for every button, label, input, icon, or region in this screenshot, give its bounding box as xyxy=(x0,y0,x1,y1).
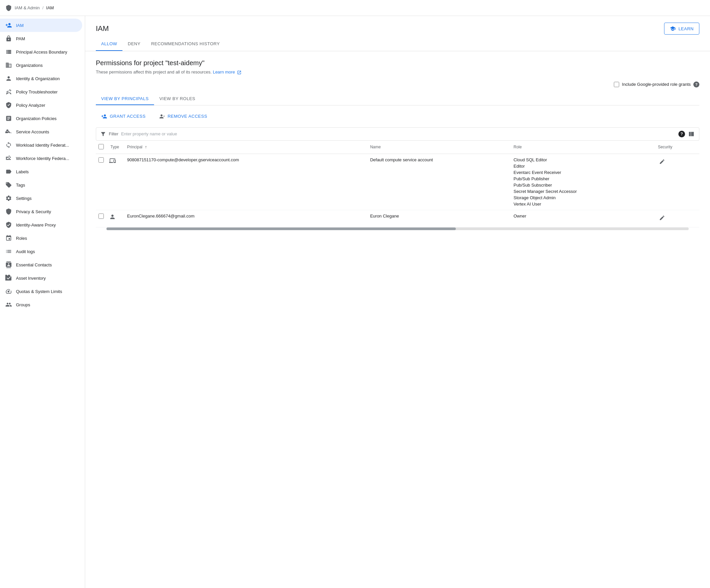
sidebar-item-settings[interactable]: Settings xyxy=(0,192,82,205)
sidebar-item-policy-troubleshooter[interactable]: Policy Troubleshooter xyxy=(0,85,82,98)
row2-checkbox[interactable] xyxy=(98,214,104,219)
row1-checkbox[interactable] xyxy=(98,157,104,163)
learn-btn-label: LEARN xyxy=(679,26,694,31)
sidebar-item-essential-contacts[interactable]: Essential Contacts xyxy=(0,258,82,271)
sidebar-label-iap: Identity-Aware Proxy xyxy=(16,222,56,227)
list-icon xyxy=(5,248,12,255)
sidebar-item-principal-access-boundary[interactable]: Principal Access Boundary xyxy=(0,45,82,58)
google-provided-row: Include Google-provided role grants ? xyxy=(96,81,700,88)
filter-input[interactable] xyxy=(121,131,676,137)
sidebar-item-audit-logs[interactable]: Audit logs xyxy=(0,245,82,258)
sidebar-item-service-accounts[interactable]: Service Accounts xyxy=(0,125,82,138)
select-all-checkbox[interactable] xyxy=(98,144,104,149)
grant-access-button[interactable]: GRANT ACCESS xyxy=(96,111,151,122)
learn-more-link[interactable]: Learn more xyxy=(213,70,241,74)
iam-table: Type Principal ↑ Name Role xyxy=(96,141,700,227)
row2-name: Euron Clegane xyxy=(366,210,510,227)
row2-type-cell xyxy=(106,210,123,227)
sidebar-label-groups: Groups xyxy=(16,302,30,307)
role-item: Cloud SQL Editor xyxy=(513,157,650,162)
view-tabs: VIEW BY PRINCIPALS VIEW BY ROLES xyxy=(96,93,700,105)
view-by-principals-tab[interactable]: VIEW BY PRINCIPALS xyxy=(96,93,154,105)
sidebar-item-policy-analyzer[interactable]: Policy Analyzer xyxy=(0,98,82,112)
view-list-icon xyxy=(5,49,12,55)
include-google-provided-checkbox[interactable] xyxy=(614,82,619,87)
sidebar-label-tags: Tags xyxy=(16,182,25,188)
sidebar-label-asset-inventory: Asset Inventory xyxy=(16,276,46,281)
sort-arrow-icon: ↑ xyxy=(145,145,147,149)
grant-access-label: GRANT ACCESS xyxy=(110,114,146,119)
view-by-roles-tab[interactable]: VIEW BY ROLES xyxy=(154,93,200,105)
groups-icon xyxy=(5,155,12,162)
page-header: IAM LEARN xyxy=(85,16,710,34)
table-wrapper: Type Principal ↑ Name Role xyxy=(96,141,700,227)
sidebar-label-pam: PAM xyxy=(16,36,25,41)
sidebar-label-org-policies: Organization Policies xyxy=(16,116,56,121)
sidebar: IAM PAM Principal Access Boundary Organi… xyxy=(0,16,85,588)
row2-edit-button[interactable] xyxy=(658,214,666,224)
row1-roles: Cloud SQL Editor Editor Eventarc Event R… xyxy=(510,154,654,210)
column-toggle-icon[interactable] xyxy=(688,130,695,138)
person-remove-btn-icon xyxy=(159,114,165,119)
build-icon xyxy=(5,89,12,95)
sidebar-label-pab: Principal Access Boundary xyxy=(16,50,67,54)
row1-edit-button[interactable] xyxy=(658,157,666,168)
sidebar-item-identity-organization[interactable]: Identity & Organization xyxy=(0,72,82,85)
sidebar-label-roles: Roles xyxy=(16,236,27,241)
breadcrumb-sep: / xyxy=(42,5,44,10)
sidebar-item-roles[interactable]: Roles xyxy=(0,231,82,245)
scrollbar-thumb xyxy=(106,227,456,230)
sidebar-item-workforce-identity[interactable]: Workforce Identity Federa... xyxy=(0,152,82,165)
table-row: EuronClegane.666674@gmail.com Euron Cleg… xyxy=(96,210,700,227)
topbar: IAM & Admin / IAM xyxy=(0,0,710,16)
filter-icon xyxy=(100,131,106,137)
list-alt-icon xyxy=(5,115,12,122)
sidebar-item-iam[interactable]: IAM xyxy=(0,19,82,32)
row2-checkbox-cell xyxy=(96,210,106,227)
role-item: Owner xyxy=(513,214,650,219)
remove-access-button[interactable]: REMOVE ACCESS xyxy=(154,111,213,122)
tab-recommendations-history[interactable]: RECOMMENDATIONS HISTORY xyxy=(146,37,225,51)
sidebar-item-organizations[interactable]: Organizations xyxy=(0,58,82,72)
sidebar-item-tags[interactable]: Tags xyxy=(0,178,82,192)
sidebar-label-settings: Settings xyxy=(16,196,31,201)
sidebar-item-quotas[interactable]: Quotas & System Limits xyxy=(0,285,82,298)
sidebar-item-org-policies[interactable]: Organization Policies xyxy=(0,112,82,125)
business-icon xyxy=(5,62,12,69)
tab-deny[interactable]: DENY xyxy=(122,37,146,51)
sidebar-item-pam[interactable]: PAM xyxy=(0,32,82,45)
sidebar-label-labels: Labels xyxy=(16,169,29,174)
sidebar-item-privacy-security[interactable]: Privacy & Security xyxy=(0,205,82,218)
help-icon[interactable]: ? xyxy=(693,81,700,88)
sidebar-item-labels[interactable]: Labels xyxy=(0,165,82,178)
badge-icon xyxy=(5,235,12,242)
row2-principal: EuronClegane.666674@gmail.com xyxy=(123,210,366,227)
sidebar-item-asset-inventory[interactable]: Asset Inventory xyxy=(0,271,82,285)
row1-role-list: Cloud SQL Editor Editor Eventarc Event R… xyxy=(513,157,650,206)
sidebar-item-workload-identity[interactable]: Workload Identity Federat... xyxy=(0,138,82,152)
row2-security-cell xyxy=(654,210,700,227)
permissions-subtitle: These permissions affect this project an… xyxy=(96,70,700,75)
graduation-icon xyxy=(670,26,676,31)
tab-allow[interactable]: ALLOW xyxy=(96,37,122,51)
header-type: Type xyxy=(106,141,123,154)
role-item: Vertex AI User xyxy=(513,201,650,206)
sidebar-item-iap[interactable]: Identity-Aware Proxy xyxy=(0,218,82,231)
inventory-icon xyxy=(5,275,12,281)
row1-checkbox-cell xyxy=(96,154,106,210)
sidebar-item-groups[interactable]: Groups xyxy=(0,298,82,311)
breadcrumb-parent[interactable]: IAM & Admin xyxy=(15,5,40,10)
remove-access-label: REMOVE ACCESS xyxy=(168,114,207,119)
edit-icon xyxy=(659,158,665,165)
header-principal[interactable]: Principal ↑ xyxy=(123,141,366,154)
filter-help-icon[interactable]: ? xyxy=(679,131,685,137)
sidebar-label-iam: IAM xyxy=(16,23,24,28)
contacts-icon xyxy=(5,262,12,268)
table-body: 908087151170-compute@developer.gservicea… xyxy=(96,154,700,227)
learn-button[interactable]: LEARN xyxy=(664,23,700,34)
horizontal-scrollbar[interactable] xyxy=(106,227,689,230)
header-security: Security xyxy=(654,141,700,154)
filter-bar: Filter ? xyxy=(96,127,700,141)
sidebar-label-essential-contacts: Essential Contacts xyxy=(16,263,52,267)
header-name: Name xyxy=(366,141,510,154)
